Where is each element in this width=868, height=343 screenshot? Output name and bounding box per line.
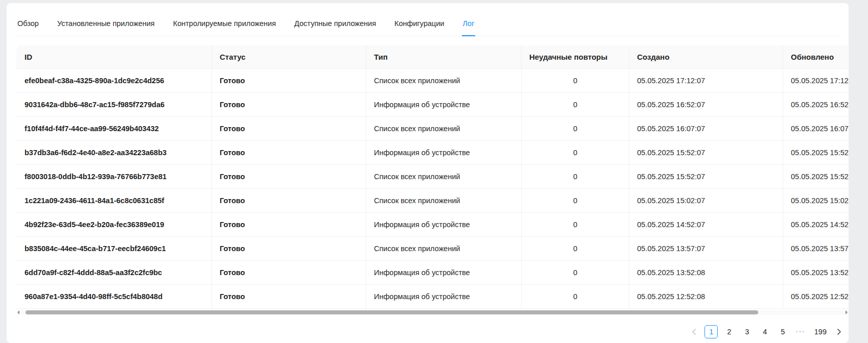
tab-overview[interactable]: Обзор — [16, 19, 40, 36]
table-row[interactable]: f10f4f4d-f4f7-44ce-aa99-56249b403432Гото… — [16, 117, 849, 141]
cell-created: 05.05.2025 16:52:07 — [629, 93, 783, 117]
cell-status: Готово — [212, 69, 366, 93]
cell-id: b835084c-44ee-45ca-b717-eecbf24609c1 — [16, 237, 212, 261]
column-header-retries: Неудачные повторы — [522, 45, 629, 69]
cell-retries: 0 — [522, 69, 629, 93]
cell-updated: 05.05.2025 15:52:07 — [783, 141, 849, 165]
cell-id: f10f4f4d-f4f7-44ce-aa99-56249b403432 — [16, 117, 212, 141]
cell-created: 05.05.2025 15:52:07 — [629, 141, 783, 165]
cell-status: Готово — [212, 237, 366, 261]
cell-retries: 0 — [522, 141, 629, 165]
cell-id: b37db3a6-f6d2-4e40-a8e2-aa34223a68b3 — [16, 141, 212, 165]
cell-retries: 0 — [522, 93, 629, 117]
cell-status: Готово — [212, 141, 366, 165]
scroll-left-arrow-icon[interactable] — [17, 310, 19, 314]
chevron-left-icon[interactable] — [689, 325, 700, 338]
cell-created: 05.05.2025 14:52:07 — [629, 213, 783, 237]
cell-updated: 05.05.2025 17:12:07 — [783, 69, 849, 93]
tab-controlled-apps[interactable]: Контролируемые приложения — [172, 19, 277, 36]
cell-id: 1c221a09-2436-4611-84a1-6c8c0631c85f — [16, 189, 212, 213]
tab-configurations[interactable]: Конфигурации — [393, 19, 445, 36]
page-button-4[interactable]: 4 — [758, 325, 771, 338]
pagination: 12345•••199 — [7, 325, 844, 338]
log-table: IDСтатусТипНеудачные повторыСозданоОбнов… — [16, 45, 849, 309]
cell-type: Список всех приложений — [366, 69, 522, 93]
cell-status: Готово — [212, 93, 366, 117]
cell-updated: 05.05.2025 12:52:08 — [783, 285, 849, 309]
cell-type: Список всех приложений — [366, 189, 522, 213]
table-row[interactable]: 6dd70a9f-c82f-4ddd-88a5-aa3f2c2fc9bcГото… — [16, 261, 849, 285]
cell-status: Готово — [212, 213, 366, 237]
scroll-right-arrow-icon[interactable] — [846, 310, 848, 314]
cell-id: f8003018-0ddb-4b12-939a-76766b773e81 — [16, 165, 212, 189]
cell-type: Информация об устройстве — [366, 141, 522, 165]
table-header-row: IDСтатусТипНеудачные повторыСозданоОбнов… — [16, 45, 849, 69]
cell-updated: 05.05.2025 15:02:07 — [783, 189, 849, 213]
column-header-created: Создано — [629, 45, 783, 69]
chevron-right-icon[interactable] — [833, 325, 844, 338]
log-table-scroll-area[interactable]: IDСтатусТипНеудачные повторыСозданоОбнов… — [16, 45, 849, 309]
tab-available-apps[interactable]: Доступные приложения — [293, 19, 377, 36]
page-button-1[interactable]: 1 — [705, 325, 718, 338]
cell-type: Информация об устройстве — [366, 261, 522, 285]
cell-type: Информация об устройстве — [366, 93, 522, 117]
cell-status: Готово — [212, 261, 366, 285]
cell-created: 05.05.2025 13:52:08 — [629, 261, 783, 285]
cell-type: Список всех приложений — [366, 117, 522, 141]
cell-created: 05.05.2025 15:52:07 — [629, 165, 783, 189]
cell-id: 960a87e1-9354-4d40-98ff-5c5cf4b8048d — [16, 285, 212, 309]
cell-status: Готово — [212, 117, 366, 141]
tab-bar: ОбзорУстановленные приложенияКонтролируе… — [16, 3, 839, 36]
scrollbar-thumb[interactable] — [26, 310, 758, 314]
content-card: ОбзорУстановленные приложенияКонтролируе… — [7, 3, 849, 343]
table-row[interactable]: 4b92f23e-63d5-4ee2-b20a-fec36389e019Гото… — [16, 213, 849, 237]
cell-created: 05.05.2025 16:07:07 — [629, 117, 783, 141]
cell-created: 05.05.2025 17:12:07 — [629, 69, 783, 93]
cell-id: 6dd70a9f-c82f-4ddd-88a5-aa3f2c2fc9bc — [16, 261, 212, 285]
cell-type: Информация об устройстве — [366, 213, 522, 237]
page-button-3[interactable]: 3 — [740, 325, 754, 338]
cell-created: 05.05.2025 13:57:07 — [629, 237, 783, 261]
cell-updated: 05.05.2025 16:52:07 — [783, 93, 849, 117]
cell-retries: 0 — [522, 165, 629, 189]
table-row[interactable]: b835084c-44ee-45ca-b717-eecbf24609c1Гото… — [16, 237, 849, 261]
cell-created: 05.05.2025 12:52:08 — [629, 285, 783, 309]
table-row[interactable]: f8003018-0ddb-4b12-939a-76766b773e81Гото… — [16, 165, 849, 189]
cell-status: Готово — [212, 285, 366, 309]
tab-installed-apps[interactable]: Установленные приложения — [56, 19, 156, 36]
cell-updated: 05.05.2025 15:52:07 — [783, 165, 849, 189]
page-button-199[interactable]: 199 — [812, 325, 829, 338]
tab-log[interactable]: Лог — [462, 19, 476, 36]
cell-status: Готово — [212, 189, 366, 213]
column-header-type: Тип — [366, 45, 522, 69]
table-row[interactable]: 1c221a09-2436-4611-84a1-6c8c0631c85fГото… — [16, 189, 849, 213]
cell-type: Список всех приложений — [366, 165, 522, 189]
cell-id: 4b92f23e-63d5-4ee2-b20a-fec36389e019 — [16, 213, 212, 237]
column-header-updated: Обновлено — [783, 45, 849, 69]
cell-retries: 0 — [522, 213, 629, 237]
cell-id: efe0beaf-c38a-4325-890a-1dc9e2c4d256 — [16, 69, 212, 93]
cell-created: 05.05.2025 15:02:07 — [629, 189, 783, 213]
cell-retries: 0 — [522, 237, 629, 261]
cell-status: Готово — [212, 165, 366, 189]
cell-type: Информация об устройстве — [366, 285, 522, 309]
table-row[interactable]: 9031642a-dbb6-48c7-ac15-f985f7279da6Гото… — [16, 93, 849, 117]
column-header-id: ID — [16, 45, 212, 69]
table-row[interactable]: b37db3a6-f6d2-4e40-a8e2-aa34223a68b3Гото… — [16, 141, 849, 165]
cell-updated: 05.05.2025 14:52:07 — [783, 213, 849, 237]
table-row[interactable]: efe0beaf-c38a-4325-890a-1dc9e2c4d256Гото… — [16, 69, 849, 93]
horizontal-scrollbar[interactable] — [16, 310, 849, 315]
cell-retries: 0 — [522, 285, 629, 309]
page-button-5[interactable]: 5 — [776, 325, 789, 338]
cell-updated: 05.05.2025 16:07:07 — [783, 117, 849, 141]
cell-retries: 0 — [522, 117, 629, 141]
cell-updated: 05.05.2025 13:52:08 — [783, 261, 849, 285]
cell-type: Список всех приложений — [366, 237, 522, 261]
cell-retries: 0 — [522, 189, 629, 213]
table-row[interactable]: 960a87e1-9354-4d40-98ff-5c5cf4b8048dГото… — [16, 285, 849, 309]
pagination-ellipsis[interactable]: ••• — [794, 325, 807, 338]
cell-id: 9031642a-dbb6-48c7-ac15-f985f7279da6 — [16, 93, 212, 117]
page-button-2[interactable]: 2 — [722, 325, 736, 338]
cell-retries: 0 — [522, 261, 629, 285]
cell-updated: 05.05.2025 13:57:07 — [783, 237, 849, 261]
